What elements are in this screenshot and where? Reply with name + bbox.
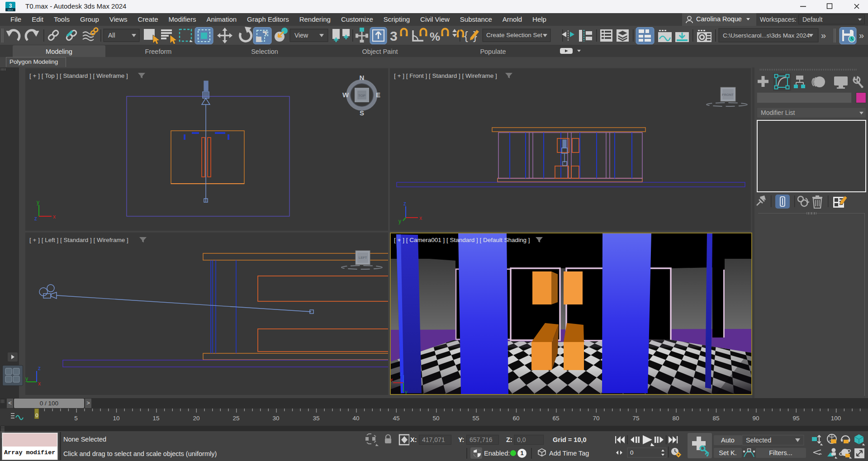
svg-text:W: W	[342, 91, 349, 99]
svg-text:z: z	[38, 365, 41, 371]
svg-text:All: All	[108, 32, 115, 39]
svg-text:FRONT: FRONT	[722, 93, 734, 97]
svg-text:TOP: TOP	[358, 94, 365, 98]
svg-text:z: z	[400, 371, 403, 376]
svg-text:LEFT: LEFT	[359, 256, 367, 260]
svg-text:{: {	[464, 29, 468, 43]
svg-text:y: y	[25, 375, 28, 382]
svg-text:Auto: Auto	[721, 437, 735, 444]
svg-text:z: z	[34, 215, 37, 222]
svg-text:3: 3	[9, 3, 12, 9]
svg-text:Set K.: Set K.	[719, 449, 737, 456]
svg-text:y: y	[398, 218, 401, 224]
svg-text:Create Selection Set: Create Selection Set	[486, 32, 542, 38]
svg-text:MAX: MAX	[8, 9, 13, 11]
svg-text:z: z	[403, 200, 406, 207]
svg-text:N: N	[360, 74, 365, 81]
svg-text:3: 3	[390, 29, 398, 43]
svg-text:C:\Users\carol...s\3ds Max 202: C:\Users\carol...s\3ds Max 2024	[723, 32, 810, 39]
svg-text:Filters...: Filters...	[769, 449, 792, 456]
svg-text:»: »	[821, 30, 826, 40]
svg-text:»: »	[859, 30, 864, 40]
svg-text:S: S	[360, 109, 364, 117]
svg-text:x: x	[38, 380, 41, 387]
svg-text:View: View	[294, 32, 308, 39]
svg-text:x: x	[419, 215, 422, 221]
svg-text:x: x	[390, 377, 393, 382]
svg-text:E: E	[376, 91, 380, 99]
svg-text:y: y	[405, 389, 408, 394]
svg-text:Selected: Selected	[746, 437, 771, 444]
svg-text:%: %	[430, 30, 440, 43]
svg-text:y: y	[37, 199, 39, 205]
svg-text:x: x	[53, 214, 56, 220]
svg-text:0: 0	[630, 449, 634, 456]
